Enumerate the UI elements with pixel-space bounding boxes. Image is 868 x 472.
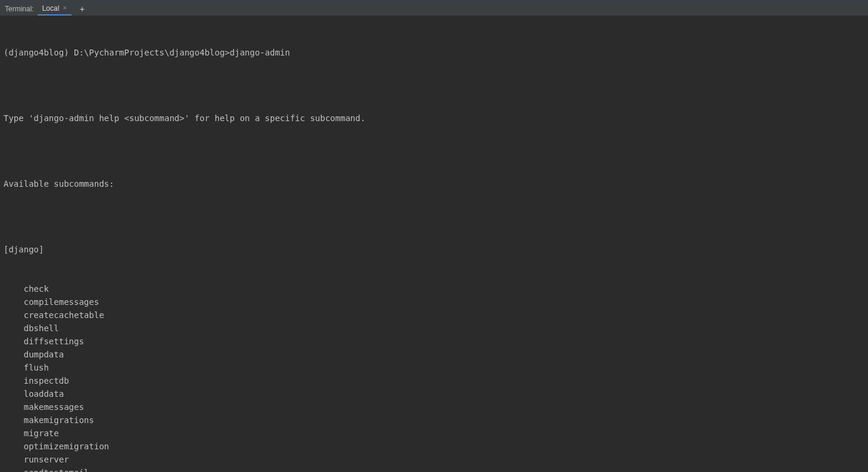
terminal-tab-bar: Terminal: Local × + bbox=[0, 2, 868, 16]
terminal-subcommand: sendtestemail bbox=[4, 466, 864, 472]
terminal-subcommand: makemessages bbox=[4, 400, 864, 414]
terminal-section-header: [django] bbox=[4, 243, 864, 256]
terminal-prompt-line: (django4blog) D:\PycharmProjects\django4… bbox=[4, 46, 864, 59]
terminal-subcommand: check bbox=[4, 282, 864, 295]
terminal-subcommand: diffsettings bbox=[4, 335, 864, 348]
close-icon[interactable]: × bbox=[63, 5, 66, 11]
terminal-output[interactable]: (django4blog) D:\PycharmProjects\django4… bbox=[0, 16, 868, 472]
terminal-subcommand: makemigrations bbox=[4, 414, 864, 427]
terminal-tab-local[interactable]: Local × bbox=[38, 2, 72, 16]
terminal-panel-label: Terminal: bbox=[5, 5, 34, 13]
terminal-subcommand: flush bbox=[4, 361, 864, 374]
terminal-help-line: Type 'django-admin help <subcommand>' fo… bbox=[4, 112, 864, 125]
terminal-subcommand: compilemessages bbox=[4, 295, 864, 309]
terminal-subcommand: migrate bbox=[4, 427, 864, 440]
terminal-tab-label: Local bbox=[42, 4, 60, 13]
add-terminal-tab-button[interactable]: + bbox=[75, 2, 89, 16]
terminal-subcommand: dbshell bbox=[4, 322, 864, 335]
terminal-subcommand: optimizemigration bbox=[4, 440, 864, 453]
terminal-subcommand: runserver bbox=[4, 453, 864, 466]
terminal-available-line: Available subcommands: bbox=[4, 177, 864, 190]
terminal-subcommand-list: check compilemessages createcachetable d… bbox=[4, 282, 864, 472]
terminal-subcommand: createcachetable bbox=[4, 309, 864, 322]
terminal-subcommand: inspectdb bbox=[4, 374, 864, 387]
plus-icon: + bbox=[80, 4, 85, 14]
terminal-subcommand: loaddata bbox=[4, 387, 864, 400]
terminal-subcommand: dumpdata bbox=[4, 348, 864, 361]
